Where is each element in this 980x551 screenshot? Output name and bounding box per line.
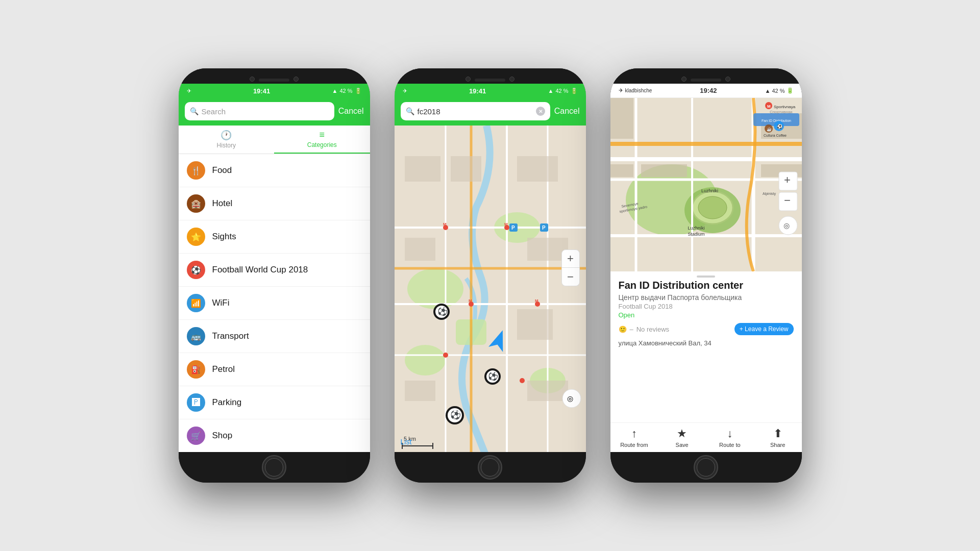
action-route-to[interactable]: ↓ Route to: [706, 427, 754, 448]
battery-text-2: 42 %: [555, 88, 568, 94]
svg-text:⚽: ⚽: [437, 307, 448, 316]
airplane-icon: ✈: [187, 88, 191, 94]
zoom-in-btn[interactable]: +: [561, 249, 580, 268]
home-button-inner-2: [481, 458, 499, 477]
category-label-food: Food: [212, 165, 232, 176]
svg-rect-66: [641, 164, 687, 177]
status-time-1: 19:41: [253, 87, 270, 95]
cancel-button-2[interactable]: Cancel: [554, 107, 580, 116]
map-svg: M M M M ⚽ ⚽: [395, 126, 586, 452]
category-item-petrol[interactable]: ⛽ Petrol: [179, 353, 370, 386]
cancel-button-1[interactable]: Cancel: [338, 107, 364, 116]
phone-1-bottom: [179, 452, 370, 483]
front-camera-3: [465, 77, 471, 82]
phone-2-top: [395, 68, 586, 84]
svg-text:Спортивная: Спортивная: [770, 110, 792, 114]
category-list: 🍴 Food 🏨 Hotel ⭐ Sights ⚽ Football World…: [179, 154, 370, 452]
action-icon-route-to: ↓: [727, 427, 732, 440]
place-status: Open: [619, 311, 794, 319]
status-location: kladbishche: [625, 88, 652, 93]
category-item-parking[interactable]: 🅿 Parking: [179, 386, 370, 419]
speaker: [259, 79, 289, 82]
status-time-2: 19:41: [469, 87, 486, 95]
battery-icon-2: 🔋: [571, 88, 578, 94]
home-button-3[interactable]: [694, 455, 718, 480]
airplane-icon-3: ✈: [619, 87, 623, 94]
home-button-2[interactable]: [478, 455, 502, 480]
tab-history[interactable]: 🕐 History: [179, 126, 275, 154]
svg-rect-19: [517, 309, 553, 340]
category-label-petrol: Petrol: [212, 364, 235, 374]
list-link[interactable]: List: [401, 438, 412, 446]
search-box-1[interactable]: 🔍 Search: [185, 102, 334, 120]
action-share[interactable]: ⬆ Share: [754, 427, 802, 448]
detail-handle[interactable]: [610, 271, 802, 280]
phone-3: ✈ kladbishche 19:42 ▲ 42 % 🔋: [610, 68, 802, 483]
category-item-football[interactable]: ⚽ Football World Cup 2018: [179, 254, 370, 287]
svg-rect-20: [405, 381, 435, 401]
svg-text:+: +: [784, 173, 791, 186]
svg-point-5: [405, 345, 446, 375]
home-button-1[interactable]: [262, 455, 286, 480]
action-label-save: Save: [676, 442, 689, 448]
category-icon-hotel: 🏨: [187, 194, 205, 213]
phone-1: ✈ 19:41 ▲ 42 % 🔋 🔍 Search Cancel: [179, 68, 370, 483]
battery-text-3: 42 %: [772, 88, 785, 94]
zoom-out-btn[interactable]: −: [561, 268, 580, 286]
svg-rect-16: [517, 156, 558, 182]
svg-text:◎: ◎: [567, 394, 573, 403]
tab-bar-1: 🕐 History ≡ Categories: [179, 126, 370, 154]
svg-point-26: [443, 353, 448, 358]
action-save[interactable]: ★ Save: [658, 427, 706, 448]
svg-rect-65: [610, 164, 633, 177]
status-left-3: ✈ kladbishche: [619, 87, 652, 94]
category-label-shop: Shop: [212, 431, 233, 441]
category-item-hotel[interactable]: 🏨 Hotel: [179, 187, 370, 220]
search-clear-btn[interactable]: ✕: [536, 107, 545, 116]
tab-history-label: History: [217, 142, 236, 149]
leave-review-button[interactable]: + Leave a Review: [734, 323, 794, 335]
category-label-sights: Sights: [212, 232, 236, 242]
category-item-food[interactable]: 🍴 Food: [179, 154, 370, 187]
svg-rect-15: [451, 156, 481, 182]
review-left: 🙂 – No reviews: [619, 325, 670, 333]
phone-1-screen: ✈ 19:41 ▲ 42 % 🔋 🔍 Search Cancel: [179, 84, 370, 452]
airplane-icon-2: ✈: [403, 88, 407, 94]
category-item-wifi[interactable]: 📶 WiFi: [179, 287, 370, 320]
detail-map[interactable]: Luzhniki Stadium Fan ID Distribution Spo…: [610, 98, 802, 271]
svg-text:Luzhniki: Luzhniki: [701, 188, 718, 193]
search-value-2: fc2018: [418, 107, 533, 116]
detail-panel: Fan ID Distribution center Центр выдачи …: [610, 271, 802, 452]
search-area-1: 🔍 Search Cancel: [179, 98, 370, 126]
svg-text:⚽: ⚽: [488, 371, 498, 381]
svg-text:◎: ◎: [783, 221, 790, 230]
status-right-1: ▲ 42 % 🔋: [332, 88, 362, 94]
phone-3-top: [610, 68, 802, 84]
phone-3-screen: ✈ kladbishche 19:42 ▲ 42 % 🔋: [610, 84, 802, 452]
tab-categories[interactable]: ≡ Categories: [274, 126, 370, 154]
search-icon-1: 🔍: [190, 107, 199, 115]
status-bar-1: ✈ 19:41 ▲ 42 % 🔋: [179, 84, 370, 98]
category-icon-shop: 🛒: [187, 427, 205, 445]
svg-text:⚽: ⚽: [777, 123, 783, 130]
battery-icon-1: 🔋: [355, 88, 362, 94]
signal-icon: ▲: [332, 88, 338, 94]
category-label-wifi: WiFi: [212, 298, 230, 308]
category-item-shop[interactable]: 🛒 Shop: [179, 419, 370, 452]
search-box-2[interactable]: 🔍 fc2018 ✕: [401, 102, 550, 120]
map-container-2[interactable]: M M M M ⚽ ⚽: [395, 126, 586, 452]
status-bar-3: ✈ kladbishche 19:42 ▲ 42 % 🔋: [610, 84, 802, 98]
front-camera-2: [293, 77, 299, 82]
svg-text:M: M: [504, 222, 508, 227]
speaker-3: [691, 79, 721, 82]
action-route-from[interactable]: ↑ Route from: [610, 427, 658, 448]
category-item-transport[interactable]: 🚌 Transport: [179, 320, 370, 353]
category-item-sights[interactable]: ⭐ Sights: [179, 220, 370, 254]
place-category: Football Cup 2018: [619, 303, 794, 310]
svg-text:☕: ☕: [767, 127, 772, 132]
handle-bar: [697, 276, 715, 278]
map-bg-2: M M M M ⚽ ⚽: [395, 126, 586, 452]
battery-text-1: 42 %: [339, 88, 352, 94]
svg-text:Alpinisty: Alpinisty: [763, 192, 776, 196]
svg-rect-17: [405, 238, 435, 261]
